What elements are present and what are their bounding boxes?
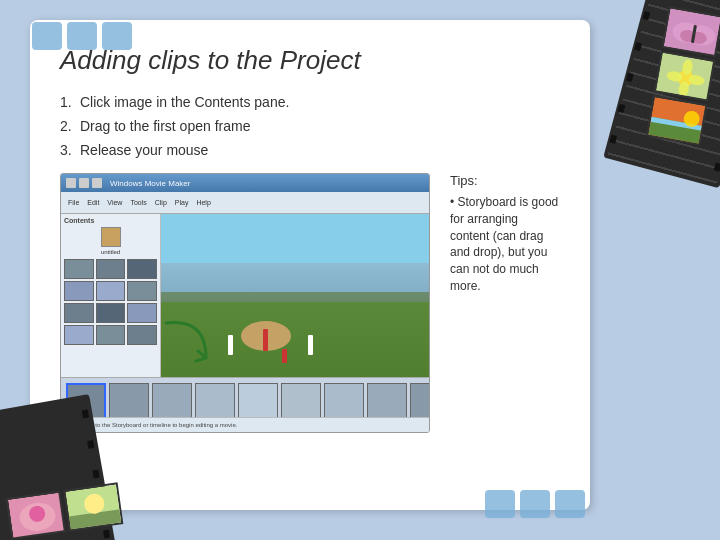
step-3-number: 3. (60, 142, 80, 158)
step-2-text: Drag to the first open frame (80, 118, 250, 134)
screenshot-editor: Windows Movie Maker File Edit View Tools… (60, 173, 430, 433)
thumb-9 (127, 303, 157, 323)
film-photo-bl-1 (6, 490, 66, 539)
titlebar-btn-3 (92, 178, 102, 188)
player-1 (228, 335, 233, 355)
status-bar: Drag a clip to the Storyboard or timelin… (61, 417, 429, 432)
tips-title: Tips: (450, 173, 560, 188)
thumb-7 (64, 303, 94, 323)
film-photo-flower (654, 51, 715, 102)
blue-square-br-1 (485, 490, 515, 518)
step-1: 1. Click image in the Contents pane. (60, 94, 560, 110)
step-3-text: Release your mouse (80, 142, 208, 158)
step-1-number: 1. (60, 94, 80, 110)
step-1-text: Click image in the Contents pane. (80, 94, 289, 110)
blue-square-2 (67, 22, 97, 50)
screenshot-titlebar: Windows Movie Maker (61, 174, 429, 192)
menu-edit: Edit (84, 198, 102, 207)
titlebar-btn-1 (66, 178, 76, 188)
menu-tools: Tools (127, 198, 149, 207)
thumb-12 (127, 325, 157, 345)
thumb-3 (127, 259, 157, 279)
titlebar-text: Windows Movie Maker (110, 179, 190, 188)
thumb-6 (127, 281, 157, 301)
menu-clip: Clip (152, 198, 170, 207)
thumb-10 (64, 325, 94, 345)
movie-label: untitled (64, 249, 157, 255)
film-perforations-bl-left (0, 413, 8, 540)
main-slide: Adding clips to the Project 1. Click ima… (30, 20, 590, 510)
blue-squares-topleft (32, 22, 132, 50)
screenshot-toolbar: File Edit View Tools Clip Play Help (61, 192, 429, 214)
content-area: Windows Movie Maker File Edit View Tools… (60, 173, 560, 433)
menu-play: Play (172, 198, 192, 207)
blue-square-br-3 (555, 490, 585, 518)
tips-text: • Storyboard is good for arranging conte… (450, 194, 560, 295)
menu-view: View (104, 198, 125, 207)
thumb-5 (96, 281, 126, 301)
player-sliding (282, 349, 287, 363)
menu-file: File (65, 198, 82, 207)
slide-title: Adding clips to the Project (60, 45, 560, 76)
left-panel-title: Contents (64, 217, 157, 224)
steps-list: 1. Click image in the Contents pane. 2. … (60, 94, 560, 158)
thumb-11 (96, 325, 126, 345)
film-photo-bl-2 (63, 482, 123, 531)
blue-square-br-2 (520, 490, 550, 518)
blue-squares-bottomright (485, 490, 585, 518)
player-2 (263, 329, 268, 351)
thumb-1 (64, 259, 94, 279)
menu-help: Help (193, 198, 213, 207)
step-2: 2. Drag to the first open frame (60, 118, 560, 134)
step-3: 3. Release your mouse (60, 142, 560, 158)
blue-square-3 (102, 22, 132, 50)
film-photo-butterfly (662, 6, 720, 57)
titlebar-btn-2 (79, 178, 89, 188)
thumb-4 (64, 281, 94, 301)
step-2-number: 2. (60, 118, 80, 134)
thumb-2 (96, 259, 126, 279)
player-3 (308, 335, 313, 355)
tips-panel: Tips: • Storyboard is good for arranging… (445, 173, 560, 433)
blue-square-1 (32, 22, 62, 50)
thumbnail-grid (64, 259, 157, 345)
movie-icon (101, 227, 121, 247)
thumb-8 (96, 303, 126, 323)
